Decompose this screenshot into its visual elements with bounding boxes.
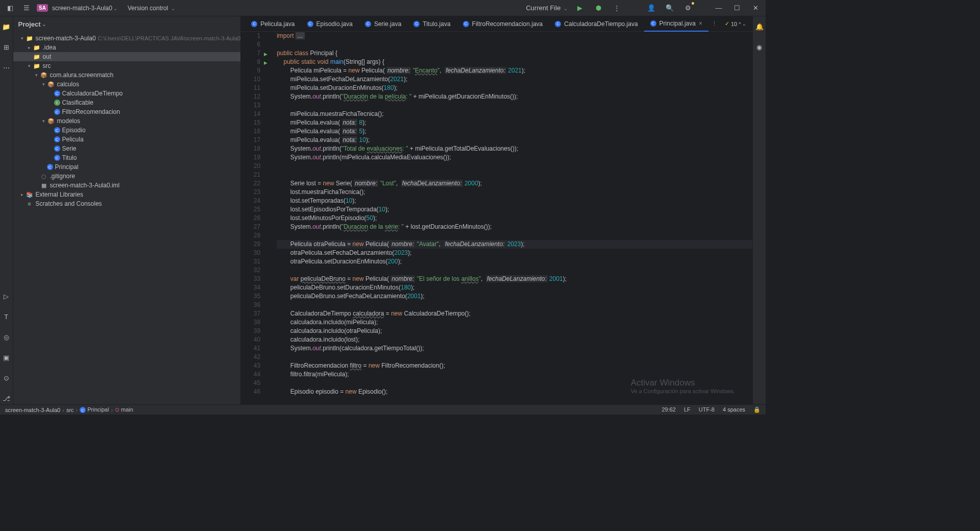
tree-item[interactable]: CPelicula	[13, 135, 241, 144]
more-actions-icon[interactable]: ⋮	[610, 2, 623, 14]
terminal-tool-icon[interactable]: T	[0, 310, 12, 323]
version-control-dropdown[interactable]: Version control ⌄	[128, 5, 175, 12]
git-tool-icon[interactable]: ⎇	[0, 392, 12, 404]
project-tree[interactable]: ▾📁screen-match-3-Aula0C:\Users\DELL\PRAC…	[13, 32, 241, 404]
breadcrumb-item[interactable]: screen-match-3-Aula0	[5, 407, 60, 413]
project-header[interactable]: Project ⌄	[13, 16, 241, 32]
project-dropdown[interactable]: screen-match-3-Aula0⌄	[52, 4, 117, 12]
tree-item[interactable]: CPrincipal	[13, 162, 241, 172]
readonly-icon[interactable]: 🔒	[753, 406, 761, 413]
tree-item[interactable]: IClasificable	[13, 98, 241, 107]
right-tool-rail: 🔔 ◉	[752, 16, 766, 404]
project-tool-icon[interactable]: 📁	[0, 20, 12, 33]
project-sidebar: Project ⌄ ▾📁screen-match-3-Aula0C:\Users…	[13, 16, 241, 404]
debug-button[interactable]: ⬢	[592, 2, 604, 14]
breadcrumb-item[interactable]: CPrincipal	[80, 406, 109, 414]
close-icon[interactable]: ✕	[749, 2, 762, 14]
services-tool-icon[interactable]: ◎	[0, 331, 12, 343]
more-tool-icon[interactable]: ⋯	[0, 61, 12, 74]
editor-tab[interactable]: CSerie.java	[359, 16, 407, 32]
app-icon[interactable]: ◧	[4, 2, 16, 14]
titlebar: ◧ ☰ SA screen-match-3-Aula0⌄ Version con…	[0, 0, 766, 16]
problems-tool-icon[interactable]: ⊙	[0, 372, 12, 384]
tree-item[interactable]: ▸📚External Libraries	[13, 190, 241, 199]
tree-item[interactable]: 📁out	[13, 52, 241, 61]
code-editor[interactable]: 167▶8▶9101112131415161718192021222324252…	[241, 32, 752, 404]
settings-icon[interactable]: ⚙	[682, 2, 694, 14]
tab-close-icon[interactable]: ×	[699, 20, 702, 27]
tree-item[interactable]: CTitulo	[13, 153, 241, 162]
ai-assistant-icon[interactable]: ◉	[753, 41, 766, 53]
editor-tab[interactable]: CTitulo.java	[407, 16, 456, 32]
notifications-icon[interactable]: 🔔	[753, 20, 766, 33]
editor-tab[interactable]: CCalculadoraDeTiempo.java	[549, 16, 644, 32]
tree-item[interactable]: ▾📦com.alura.screenmatch	[13, 70, 241, 80]
tab-options-icon[interactable]: ⋮	[708, 18, 721, 30]
run-config-dropdown[interactable]: Current File ⌄	[526, 4, 568, 12]
build-tool-icon[interactable]: ▣	[0, 351, 12, 364]
tree-item[interactable]: CCalculadoraDeTiempo	[13, 89, 241, 98]
tree-item[interactable]: ▾📦modelos	[13, 116, 241, 126]
tree-item[interactable]: ▾📁src	[13, 61, 241, 70]
hamburger-icon[interactable]: ☰	[20, 2, 33, 14]
inspection-widget[interactable]: ✓10 ^ ⌄	[725, 20, 746, 27]
breadcrumb-item[interactable]: src	[66, 407, 74, 413]
tree-item[interactable]: ▸📁.idea	[13, 43, 241, 52]
editor-tab[interactable]: CFiltroRecomendacion.java	[457, 16, 549, 32]
tree-item[interactable]: ≡Scratches and Consoles	[13, 199, 241, 208]
breadcrumb[interactable]: screen-match-3-Aula0›src›CPrincipal›⊙mai…	[5, 406, 133, 414]
editor-tabs: CPelicula.javaCEpisodio.javaCSerie.javaC…	[241, 16, 752, 32]
statusbar: screen-match-3-Aula0›src›CPrincipal›⊙mai…	[0, 404, 766, 415]
tree-item[interactable]: ▦screen-match-3-Aula0.iml	[13, 181, 241, 190]
left-tool-rail: 📁 ⊞ ⋯ ▷ T ◎ ▣ ⊙ ⎇	[0, 16, 13, 404]
editor-area: CPelicula.javaCEpisodio.javaCSerie.javaC…	[241, 16, 752, 404]
cursor-position[interactable]: 29:62	[662, 406, 676, 413]
project-badge: SA	[37, 4, 48, 12]
code-with-me-icon[interactable]: 👤	[645, 2, 657, 14]
line-separator[interactable]: LF	[684, 406, 691, 413]
tree-item[interactable]: CSerie	[13, 144, 241, 153]
maximize-icon[interactable]: ☐	[731, 2, 743, 14]
editor-tab[interactable]: CPelicula.java	[245, 16, 301, 32]
tree-item[interactable]: ▾📦calculos	[13, 80, 241, 89]
tree-item[interactable]: ▾📁screen-match-3-Aula0C:\Users\DELL\PRAC…	[13, 34, 241, 43]
editor-tab[interactable]: CPrincipal.java×	[644, 16, 708, 32]
file-encoding[interactable]: UTF-8	[699, 406, 715, 413]
editor-tab[interactable]: CEpisodio.java	[301, 16, 359, 32]
search-icon[interactable]: 🔍	[664, 2, 676, 14]
run-button[interactable]: ▶	[574, 2, 586, 14]
tree-item[interactable]: CFiltroRecomendacion	[13, 107, 241, 116]
indent-info[interactable]: 4 spaces	[723, 406, 745, 413]
run-tool-icon[interactable]: ▷	[0, 290, 12, 302]
breadcrumb-item[interactable]: ⊙main	[115, 406, 133, 413]
minimize-icon[interactable]: —	[713, 2, 725, 14]
line-gutter: 167▶8▶9101112131415161718192021222324252…	[241, 32, 266, 404]
structure-tool-icon[interactable]: ⊞	[0, 41, 12, 53]
tree-item[interactable]: CEpisodio	[13, 126, 241, 135]
code-content[interactable]: import ...public class Principal { publi…	[266, 32, 752, 404]
tree-item[interactable]: ◌.gitignore	[13, 172, 241, 181]
